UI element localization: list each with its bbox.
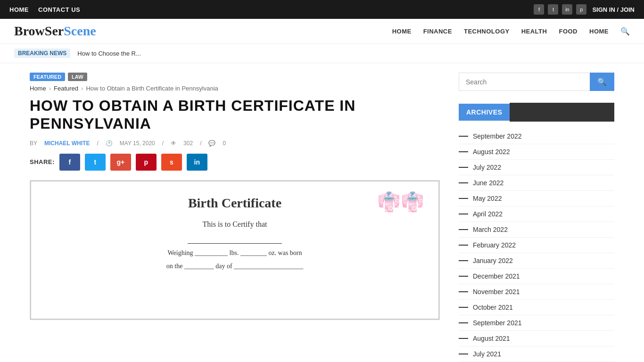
archive-month: March 2022 [473, 226, 508, 233]
nav-health[interactable]: HEALTH [521, 28, 547, 35]
archives-header: ARCHIVES [459, 103, 614, 122]
nav-technology[interactable]: TECHNOLOGY [464, 28, 510, 35]
article-image: 👘👘 Birth Certificate This is to Certify … [30, 180, 440, 320]
nav-contact[interactable]: CONTACT US [38, 6, 80, 13]
archives-list: September 2022August 2022July 2022June 2… [459, 129, 614, 362]
nav-food[interactable]: FOOD [559, 28, 578, 35]
twitter-icon[interactable]: t [548, 4, 558, 15]
article-views: 302 [183, 140, 193, 147]
article-by: BY [30, 140, 37, 147]
breadcrumb-featured[interactable]: Featured [54, 85, 78, 92]
archive-item[interactable]: February 2022 [459, 238, 614, 253]
archive-item[interactable]: September 2022 [459, 129, 614, 144]
archive-month: December 2021 [473, 272, 520, 280]
archive-month: April 2022 [473, 210, 503, 218]
archive-month: September 2021 [473, 319, 522, 327]
archive-month: January 2022 [473, 257, 513, 264]
social-icons: f t in p [534, 4, 586, 15]
page-container: FEATURED LAW Home › Featured › How to Ob… [16, 63, 628, 362]
archive-item[interactable]: July 2021 [459, 346, 614, 362]
nav-home-top[interactable]: HOME [9, 6, 29, 13]
article-views-icon: 👁 [171, 140, 176, 147]
nav-finance[interactable]: FINANCE [423, 28, 452, 35]
top-bar: HOME CONTACT US f t in p SIGN IN / JOIN [0, 0, 644, 19]
article-divider3: / [200, 140, 201, 147]
search-icon[interactable]: 🔍 [620, 27, 630, 36]
logo[interactable]: BrowSerScene [14, 24, 96, 39]
article-author[interactable]: MICHAEL WHITE [44, 140, 90, 147]
archive-month: July 2021 [473, 350, 501, 358]
archive-item[interactable]: July 2022 [459, 160, 614, 175]
article-title: HOW TO OBTAIN A BIRTH CERTIFICATE IN PEN… [30, 97, 440, 133]
archives-title-bar [510, 103, 614, 122]
share-bar: SHARE: f t g+ p s in [30, 154, 440, 171]
footprint-icon: 👘👘 [377, 191, 424, 213]
cert-line1 [45, 236, 424, 244]
main-nav: HOME FINANCE TECHNOLOGY HEALTH FOOD HOME… [392, 27, 630, 36]
sign-in-button[interactable]: SIGN IN / JOIN [592, 6, 635, 13]
top-bar-right: f t in p SIGN IN / JOIN [534, 4, 635, 15]
logo-accent: Scene [64, 24, 96, 38]
header: BrowSerScene HOME FINANCE TECHNOLOGY HEA… [0, 19, 644, 44]
breadcrumb-home[interactable]: Home [30, 85, 46, 92]
share-twitter-button[interactable]: t [85, 154, 106, 171]
sidebar-search: 🔍 [459, 73, 614, 91]
archive-month: August 2022 [473, 148, 510, 156]
share-linkedin-button[interactable]: in [187, 154, 207, 171]
main-content: FEATURED LAW Home › Featured › How to Ob… [30, 73, 440, 362]
tag-badges: FEATURED LAW [30, 73, 440, 81]
cert-title: Birth Certificate [45, 196, 424, 211]
archive-dash [459, 338, 468, 339]
search-input[interactable] [459, 73, 590, 91]
archive-dash [459, 151, 468, 152]
article-date: MAY 15, 2020 [120, 140, 155, 147]
share-stumble-button[interactable]: s [161, 154, 182, 171]
archive-dash [459, 307, 468, 308]
linkedin-icon[interactable]: in [562, 4, 572, 15]
share-pinterest-button[interactable]: p [136, 154, 157, 171]
tag-law[interactable]: LAW [68, 73, 87, 81]
archive-month: February 2022 [473, 241, 516, 249]
share-google-button[interactable]: g+ [110, 154, 131, 171]
archive-dash [459, 291, 468, 292]
archive-dash [459, 229, 468, 230]
archive-item[interactable]: April 2022 [459, 206, 614, 222]
archive-month: October 2021 [473, 304, 513, 311]
archive-item[interactable]: August 2022 [459, 144, 614, 160]
archive-month: May 2022 [473, 195, 502, 202]
archive-dash [459, 182, 468, 183]
nav-home2[interactable]: HOME [589, 28, 609, 35]
breadcrumb: Home › Featured › How to Obtain a Birth … [30, 85, 440, 92]
archive-month: November 2021 [473, 288, 520, 296]
cert-day: on the _________ day of ________________… [45, 263, 424, 270]
article-date-icon: 🕐 [106, 140, 113, 147]
breadcrumb-sep1: › [49, 85, 51, 92]
archives-title: ARCHIVES [459, 104, 510, 121]
archive-item[interactable]: March 2022 [459, 222, 614, 238]
archive-item[interactable]: June 2022 [459, 175, 614, 191]
archive-item[interactable]: December 2021 [459, 269, 614, 284]
archive-item[interactable]: January 2022 [459, 253, 614, 269]
archive-dash [459, 136, 468, 137]
search-button[interactable]: 🔍 [590, 73, 614, 91]
archive-dash [459, 354, 468, 354]
archive-item[interactable]: May 2022 [459, 191, 614, 206]
archive-item[interactable]: August 2021 [459, 331, 614, 346]
cert-weighing: Weighing __________ lbs. ________ oz. wa… [45, 249, 424, 257]
nav-home[interactable]: HOME [392, 28, 412, 35]
facebook-icon[interactable]: f [534, 4, 544, 15]
share-facebook-button[interactable]: f [59, 154, 80, 171]
archive-month: August 2021 [473, 335, 510, 342]
tag-featured[interactable]: FEATURED [30, 73, 65, 81]
archive-item[interactable]: September 2021 [459, 315, 614, 331]
archive-dash [459, 214, 468, 214]
pinterest-icon[interactable]: p [576, 4, 586, 15]
sidebar: 🔍 ARCHIVES September 2022August 2022July… [459, 73, 614, 362]
archive-dash [459, 198, 468, 199]
archive-dash [459, 167, 468, 168]
logo-text: BrowSer [14, 24, 64, 38]
archive-month: July 2022 [473, 164, 501, 171]
breadcrumb-current: How to Obtain a Birth Certificate in Pen… [86, 85, 218, 92]
archive-item[interactable]: October 2021 [459, 300, 614, 315]
archive-item[interactable]: November 2021 [459, 284, 614, 300]
